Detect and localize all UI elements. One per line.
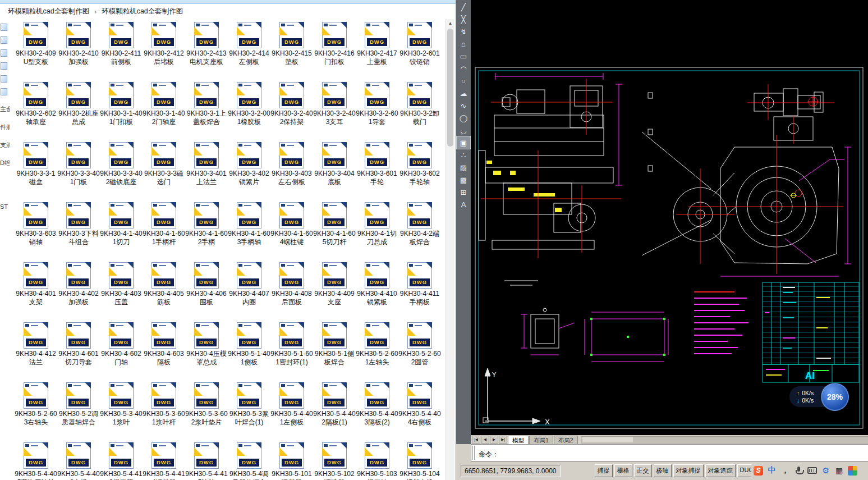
- mtext-icon[interactable]: A: [457, 198, 470, 211]
- point-icon[interactable]: ∴: [457, 149, 470, 161]
- file-item[interactable]: DWG 9KH30-2-413电机支座板: [185, 20, 228, 80]
- file-item[interactable]: DWG 9KH30-5-3-401浆叶: [100, 381, 143, 441]
- drawing-canvas[interactable]: Y X AI: [471, 0, 868, 435]
- file-item[interactable]: DWG 9KH30-3-2-402保持架: [270, 80, 313, 140]
- file-item[interactable]: DWG 9KH30-5-3-601浆叶杆: [143, 381, 185, 441]
- clipped-desktop-icon[interactable]: [1, 36, 7, 44]
- file-item[interactable]: DWG 9KH30-4压模罩总成: [185, 321, 228, 381]
- command-window[interactable]: 命令：: [471, 444, 868, 461]
- color-palette-icon[interactable]: [848, 466, 857, 476]
- file-item[interactable]: DWG 9KH30-4-2端板焊合: [398, 200, 441, 260]
- toolbox-icon[interactable]: ⚙: [821, 466, 830, 476]
- file-item[interactable]: DWG 9KH30-3-3-1磁盒: [15, 140, 57, 200]
- file-item[interactable]: DWG 9KH30-4-1切刀总成: [356, 200, 398, 260]
- file-item[interactable]: DWG 9KH30-5-104搅拌电机: [398, 441, 441, 480]
- line-icon[interactable]: ╱: [457, 1, 470, 13]
- file-item[interactable]: DWG 9KH30-3-2-403支耳: [313, 80, 356, 140]
- file-item[interactable]: DWG 9KH30-5-1侧板焊合: [313, 321, 356, 381]
- file-item[interactable]: DWG 9KH30-5-4-401左侧板: [270, 381, 313, 441]
- file-item[interactable]: DWG 9KH30-3-1上盖板焊合: [185, 80, 228, 140]
- file-item[interactable]: DWG 9KH30-3-3磁选门: [143, 140, 185, 200]
- file-item[interactable]: DWG 9KH30-3-401上法兰: [185, 140, 228, 200]
- file-item[interactable]: DWG 9KH30-4-410锁紧板: [356, 260, 398, 321]
- file-item[interactable]: DWG 9KH30-5-4-409支板: [57, 441, 100, 480]
- revision-cloud-icon[interactable]: ☁: [457, 87, 470, 99]
- file-item[interactable]: DWG 9KH30-3-602手轮轴: [398, 140, 441, 200]
- file-item[interactable]: DWG 9KH30-4-411手柄板: [398, 260, 441, 321]
- spline-icon[interactable]: ∿: [457, 99, 470, 112]
- file-item[interactable]: DWG 9KH30-2机座总成: [57, 80, 100, 140]
- circle-icon[interactable]: ○: [457, 75, 470, 87]
- command-prompt[interactable]: 命令：: [479, 450, 499, 459]
- vertical-scrollbar[interactable]: ▲: [446, 19, 454, 480]
- tab-nav-arrow-icon[interactable]: ▶: [490, 436, 498, 444]
- soft-keyboard-icon[interactable]: [807, 467, 817, 474]
- file-item[interactable]: DWG 9KH30-2-415垫板: [270, 20, 313, 80]
- file-item[interactable]: DWG 9KH30-5-2调质器轴焊合: [57, 381, 100, 441]
- file-item[interactable]: DWG 9KH30-5-4-403隔板(2): [356, 381, 398, 441]
- h-scrollbar-thumb[interactable]: [582, 437, 633, 442]
- file-item[interactable]: DWG 9KH30-4-603隔板: [143, 321, 185, 381]
- arc-icon[interactable]: ◠: [457, 62, 470, 75]
- file-item[interactable]: DWG 9KH30-4-1-605切刀杆: [313, 200, 356, 260]
- file-item[interactable]: DWG 9KH30-5-1-401侧板: [228, 321, 270, 381]
- file-item[interactable]: DWG 9KH30-3-2-001橡胶板: [228, 80, 270, 140]
- file-item[interactable]: DWG 9KH30-5-101喂料器: [270, 441, 313, 480]
- file-item[interactable]: DWG 9KH30-4-405筋板: [143, 260, 185, 321]
- status-toggle-button[interactable]: 捕捉: [595, 464, 613, 477]
- tab-layout2[interactable]: 布局2: [554, 436, 578, 444]
- file-item[interactable]: DWG 9KH30-5-2-603右轴头: [15, 381, 57, 441]
- insert-block-icon[interactable]: ▣: [457, 136, 470, 149]
- file-item[interactable]: DWG 9KH30-5-103搅拌轴: [356, 441, 398, 480]
- status-toggle-button[interactable]: 正交: [634, 464, 652, 477]
- file-item[interactable]: DWG 9KH30-4-601切刀导套: [57, 321, 100, 381]
- file-item[interactable]: DWG 9KH30-2-410加强板: [57, 20, 100, 80]
- file-item[interactable]: DWG 9KH30-4-1-601手柄杆: [143, 200, 185, 260]
- polygon-icon[interactable]: ⌂: [457, 38, 470, 50]
- tab-layout1[interactable]: 布局1: [529, 436, 553, 444]
- command-window-grip[interactable]: [472, 446, 475, 460]
- file-item[interactable]: DWG 9KH30-4-1-603手柄轴: [228, 200, 270, 260]
- file-item[interactable]: DWG 9KH30-3-402锁紧片: [228, 140, 270, 200]
- file-item[interactable]: DWG 9KH30-5-1-601密封环(1): [270, 321, 313, 381]
- file-item[interactable]: DWG 9KH30-3-403左右侧板: [270, 140, 313, 200]
- ellipse-arc-icon[interactable]: ◡: [457, 124, 470, 136]
- file-item[interactable]: DWG 9KH30-2-601铰链销: [398, 20, 441, 80]
- tab-nav-arrow-icon[interactable]: ▶|: [499, 436, 507, 444]
- file-item[interactable]: DWG 9KH30-4-1-602手柄: [185, 200, 228, 260]
- file-item[interactable]: DWG 9KH30-2-416门扣板: [313, 20, 356, 80]
- tab-model[interactable]: 模型: [508, 436, 529, 444]
- file-item[interactable]: DWG 9KH30-2-414左侧板: [228, 20, 270, 80]
- file-item[interactable]: DWG 9KH30-2-412后堵板: [143, 20, 185, 80]
- skin-grid-icon[interactable]: ▦: [834, 466, 844, 476]
- file-item[interactable]: DWG 9KH30-5-4-415法兰: [185, 441, 228, 480]
- breadcrumb-folder[interactable]: 环模颗粒机cad全套制作图: [8, 7, 89, 16]
- file-item[interactable]: DWG 9KH30-2-411前侧板: [100, 20, 143, 80]
- scrollbar-thumb[interactable]: [447, 29, 453, 147]
- status-toggle-button[interactable]: 栅格: [614, 464, 632, 477]
- clipped-desktop-icon[interactable]: [1, 24, 7, 31]
- file-item[interactable]: DWG 9KH30-5-4-404右侧板: [398, 381, 441, 441]
- clipped-desktop-icon[interactable]: [1, 49, 7, 57]
- polyline-icon[interactable]: ↯: [457, 25, 470, 38]
- file-item[interactable]: DWG 9KH30-5-4调质器体焊合: [228, 441, 270, 480]
- file-item[interactable]: DWG 9KH30-4-402加强板: [57, 260, 100, 321]
- status-toggle-button[interactable]: 极轴: [654, 464, 672, 477]
- file-item[interactable]: DWG 9KH30-4-602门轴: [100, 321, 143, 381]
- file-item[interactable]: DWG 9KH30-4-408后面板: [270, 260, 313, 321]
- file-item[interactable]: DWG 9KH30-3-3-402磁铁底座: [100, 140, 143, 200]
- sogou-input-icon[interactable]: S: [754, 466, 763, 476]
- file-item[interactable]: DWG 9KH30-5-4-413搅拌笼: [100, 441, 143, 480]
- punctuation-mode-icon[interactable]: ，: [780, 466, 790, 476]
- percent-badge[interactable]: 28%: [821, 383, 849, 411]
- file-item[interactable]: DWG 9KH30-3-1-401门扣板: [100, 80, 143, 140]
- file-item[interactable]: DWG 9KH30-5-4-402隔板(1): [313, 381, 356, 441]
- chinese-mode-icon[interactable]: 中: [767, 466, 777, 476]
- file-item[interactable]: DWG 9KH30-2-409U型支板: [15, 20, 57, 80]
- file-item[interactable]: DWG 9KH30-3-3-401门板: [57, 140, 100, 200]
- status-toggle-button[interactable]: 对象追踪: [705, 464, 736, 477]
- coordinates-readout[interactable]: 6650.8651, 7799.9683, 0.0000: [461, 465, 561, 477]
- file-item[interactable]: DWG 9KH30-4-403压盖: [100, 260, 143, 321]
- file-item[interactable]: DWG 9KH30-5-3浆叶焊合(1): [228, 381, 270, 441]
- hatch-icon[interactable]: ▨: [457, 161, 470, 173]
